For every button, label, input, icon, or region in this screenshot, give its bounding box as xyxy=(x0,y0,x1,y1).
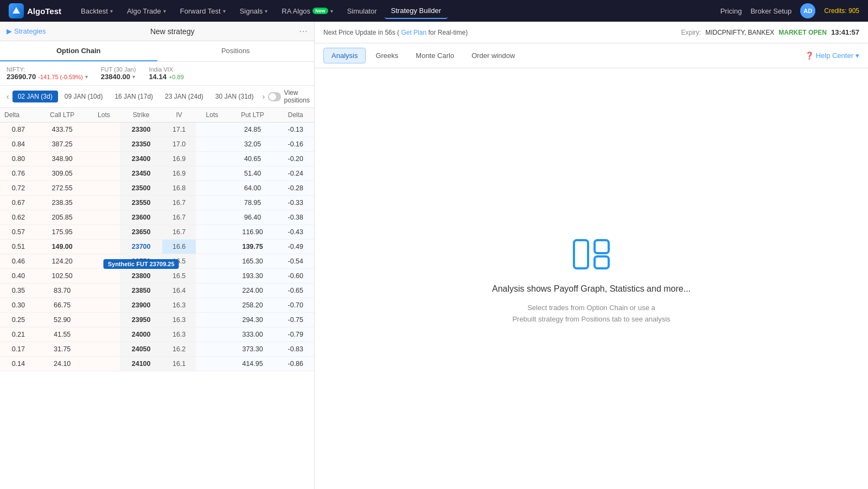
lots-put-cell[interactable] xyxy=(196,196,228,210)
call-ltp-cell[interactable]: 83.70 xyxy=(37,284,88,298)
lots-call-cell[interactable] xyxy=(88,210,120,225)
lots-put-cell[interactable] xyxy=(196,298,228,313)
date-prev-button[interactable]: ‹ xyxy=(4,91,11,102)
nav-ra-algos[interactable]: RA Algos New ▾ xyxy=(275,4,339,18)
tab-option-chain[interactable]: Option Chain xyxy=(0,41,157,61)
put-ltp-cell[interactable]: 414.95 xyxy=(228,357,277,371)
table-row[interactable]: 0.3583.702385016.4224.00-0.65 xyxy=(0,284,314,298)
call-ltp-cell[interactable]: 387.25 xyxy=(37,137,88,152)
lots-call-cell[interactable] xyxy=(88,284,120,298)
lots-put-cell[interactable] xyxy=(196,152,228,166)
strike-cell[interactable]: 23950 xyxy=(120,313,162,327)
lots-call-cell[interactable] xyxy=(88,298,120,313)
call-ltp-cell[interactable]: 175.95 xyxy=(37,225,88,240)
call-ltp-cell[interactable]: 272.55 xyxy=(37,181,88,196)
lots-call-cell[interactable] xyxy=(88,181,120,196)
nifty-value-wrapper[interactable]: 23690.70 -141.75 (-0.59%) ▾ xyxy=(7,73,88,81)
call-ltp-cell[interactable]: 238.35 xyxy=(37,196,88,210)
call-ltp-cell[interactable]: 205.85 xyxy=(37,210,88,225)
date-tab-1[interactable]: 09 JAN (10d) xyxy=(59,91,108,102)
put-ltp-cell[interactable]: 116.90 xyxy=(228,225,277,240)
table-row[interactable]: 0.67238.352355016.778.95-0.33 xyxy=(0,196,314,210)
date-tab-0[interactable]: 02 JAN (3d) xyxy=(12,91,58,102)
table-row[interactable]: 0.1731.752405016.2373.30-0.83 xyxy=(0,342,314,357)
lots-call-cell[interactable] xyxy=(88,225,120,240)
table-row[interactable]: 0.62205.852360016.796.40-0.38 xyxy=(0,210,314,225)
lots-call-cell[interactable] xyxy=(88,166,120,181)
table-row[interactable]: 0.87433.752330017.124.85-0.13 xyxy=(0,123,314,137)
lots-put-cell[interactable] xyxy=(196,313,228,327)
lots-put-cell[interactable] xyxy=(196,284,228,298)
lots-put-cell[interactable] xyxy=(196,357,228,371)
put-ltp-cell[interactable]: 78.95 xyxy=(228,196,277,210)
nav-forward-test[interactable]: Forward Test ▾ xyxy=(174,4,232,18)
strike-cell[interactable]: 23650 xyxy=(120,225,162,240)
lots-call-cell[interactable] xyxy=(88,240,120,254)
nav-strategy-builder[interactable]: Strategy Builder xyxy=(385,3,448,19)
lots-put-cell[interactable] xyxy=(196,342,228,357)
nav-algo-trade[interactable]: Algo Trade ▾ xyxy=(120,4,173,18)
table-row[interactable]: 0.57175.952365016.7116.90-0.43 xyxy=(0,225,314,240)
nav-backtest[interactable]: Backtest ▾ xyxy=(74,4,119,18)
call-ltp-cell[interactable]: 52.90 xyxy=(37,313,88,327)
more-options-button[interactable]: ⋯ xyxy=(299,26,308,36)
strike-cell[interactable]: 24000 xyxy=(120,327,162,342)
lots-call-cell[interactable] xyxy=(88,313,120,327)
lots-call-cell[interactable] xyxy=(88,137,120,152)
put-ltp-cell[interactable]: 32.05 xyxy=(228,137,277,152)
call-ltp-cell[interactable]: 66.75 xyxy=(37,298,88,313)
put-ltp-cell[interactable]: 258.20 xyxy=(228,298,277,313)
lots-put-cell[interactable] xyxy=(196,269,228,284)
nav-pricing-link[interactable]: Pricing xyxy=(720,7,742,15)
call-ltp-cell[interactable]: 102.50 xyxy=(37,269,88,284)
lots-call-cell[interactable] xyxy=(88,196,120,210)
lots-put-cell[interactable] xyxy=(196,327,228,342)
nav-avatar[interactable]: AD xyxy=(800,3,815,18)
view-positions-toggle[interactable] xyxy=(268,92,280,101)
lots-put-cell[interactable] xyxy=(196,254,228,269)
call-ltp-cell[interactable]: 31.75 xyxy=(37,342,88,357)
strike-cell[interactable]: 23700Synthetic FUT 23709.25 xyxy=(120,240,162,254)
table-row[interactable]: 0.84387.252335017.032.05-0.16 xyxy=(0,137,314,152)
put-ltp-cell[interactable]: 24.85 xyxy=(228,123,277,137)
strike-cell[interactable]: 23300 xyxy=(120,123,162,137)
fut-value-wrapper[interactable]: 23840.00 ▾ xyxy=(101,73,136,81)
call-ltp-cell[interactable]: 41.55 xyxy=(37,327,88,342)
strike-cell[interactable]: 23450 xyxy=(120,166,162,181)
tab-positions[interactable]: Positions xyxy=(157,41,315,61)
table-row[interactable]: 0.3066.752390016.3258.20-0.70 xyxy=(0,298,314,313)
put-ltp-cell[interactable]: 294.30 xyxy=(228,313,277,327)
table-row[interactable]: 0.1424.102410016.1414.95-0.86 xyxy=(0,357,314,371)
lots-put-cell[interactable] xyxy=(196,210,228,225)
fut-dropdown-icon[interactable]: ▾ xyxy=(132,74,135,80)
table-row[interactable]: 0.80348.902340016.940.65-0.20 xyxy=(0,152,314,166)
call-ltp-cell[interactable]: 348.90 xyxy=(37,152,88,166)
strike-cell[interactable]: 23500 xyxy=(120,181,162,196)
lots-call-cell[interactable] xyxy=(88,269,120,284)
lots-put-cell[interactable] xyxy=(196,181,228,196)
table-row[interactable]: 0.2552.902395016.3294.30-0.75 xyxy=(0,313,314,327)
call-ltp-cell[interactable]: 24.10 xyxy=(37,357,88,371)
tab-monte-carlo[interactable]: Monte Carlo xyxy=(408,48,462,63)
lots-call-cell[interactable] xyxy=(88,342,120,357)
put-ltp-cell[interactable]: 373.30 xyxy=(228,342,277,357)
lots-call-cell[interactable] xyxy=(88,327,120,342)
strike-cell[interactable]: 23550 xyxy=(120,196,162,210)
get-plan-link[interactable]: Get Plan xyxy=(401,29,426,36)
strike-cell[interactable]: 23350 xyxy=(120,137,162,152)
put-ltp-cell[interactable]: 139.75 xyxy=(228,240,277,254)
put-ltp-cell[interactable]: 51.40 xyxy=(228,166,277,181)
strike-cell[interactable]: 24100 xyxy=(120,357,162,371)
call-ltp-cell[interactable]: 309.05 xyxy=(37,166,88,181)
call-ltp-cell[interactable]: 149.00 xyxy=(37,240,88,254)
nav-simulator[interactable]: Simulator xyxy=(341,4,384,18)
table-row[interactable]: 0.40102.502380016.5193.30-0.60 xyxy=(0,269,314,284)
strike-cell[interactable]: 23850 xyxy=(120,284,162,298)
nav-broker-setup-link[interactable]: Broker Setup xyxy=(750,7,792,15)
table-row[interactable]: 0.76309.052345016.951.40-0.24 xyxy=(0,166,314,181)
table-row[interactable]: 0.51149.0023700Synthetic FUT 23709.2516.… xyxy=(0,240,314,254)
lots-call-cell[interactable] xyxy=(88,357,120,371)
date-next-button[interactable]: › xyxy=(260,91,267,102)
date-tab-4[interactable]: 30 JAN (31d) xyxy=(210,91,259,102)
lots-call-cell[interactable] xyxy=(88,123,120,137)
